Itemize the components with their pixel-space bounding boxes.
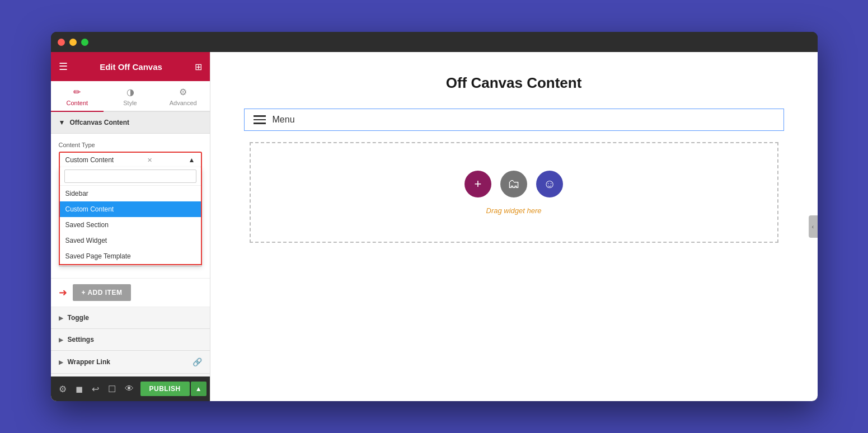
- tab-style[interactable]: ◑ Style: [104, 81, 157, 112]
- clear-icon[interactable]: ✕: [147, 157, 152, 164]
- drag-hint: Drag widget here: [486, 206, 542, 215]
- menu-icon[interactable]: ☰: [59, 62, 68, 72]
- menu-label: Menu: [273, 115, 295, 125]
- wrapper-link-section: ▶ Wrapper Link 🔗: [51, 351, 210, 374]
- maximize-button[interactable]: [81, 39, 88, 46]
- tab-content-label: Content: [67, 100, 88, 106]
- select-trigger[interactable]: Custom Content ✕ ▲: [60, 153, 201, 167]
- content-type-select[interactable]: Custom Content ✕ ▲ Sidebar: [59, 152, 202, 168]
- tab-advanced[interactable]: ⚙ Advanced: [157, 81, 210, 112]
- dropdown-search: [60, 167, 201, 186]
- chevron-right-icon-2: ▶: [59, 337, 63, 343]
- folder-button[interactable]: 🗂: [500, 171, 527, 197]
- dropdown-item-saved-section[interactable]: Saved Section: [60, 217, 201, 233]
- tab-style-label: Style: [123, 100, 137, 106]
- settings-section: ▶ Settings: [51, 329, 210, 351]
- collapse-arrow-icon: ▼: [59, 119, 65, 126]
- drag-icons: + 🗂 ☺: [465, 171, 563, 197]
- panel-content: ▼ Offcanvas Content Content Type Custom …: [51, 112, 210, 376]
- tab-bar: ✏ Content ◑ Style ⚙ Advanced: [51, 81, 210, 112]
- toggle-section-header[interactable]: ▶ Toggle: [51, 307, 210, 328]
- collapse-handle[interactable]: ‹: [809, 215, 818, 238]
- add-widget-button[interactable]: +: [465, 171, 491, 197]
- right-panel: Off Canvas Content Menu + 🗂 ☺: [210, 52, 818, 401]
- layers-toolbar-icon[interactable]: ◼: [73, 382, 85, 397]
- hamburger-line-3: [254, 123, 266, 124]
- settings-section-header[interactable]: ▶ Settings: [51, 329, 210, 350]
- preview-toolbar-icon[interactable]: 👁: [123, 382, 136, 396]
- canvas-title: Off Canvas Content: [244, 74, 784, 92]
- settings-label: Settings: [68, 336, 94, 343]
- toggle-section: ▶ Toggle: [51, 307, 210, 329]
- toggle-label: Toggle: [68, 314, 89, 322]
- link-icon: 🔗: [193, 357, 202, 366]
- dropdown-item-sidebar[interactable]: Sidebar: [60, 186, 201, 201]
- pencil-icon: ✏: [73, 87, 81, 97]
- chevron-up-icon: ▲: [189, 156, 195, 164]
- panel-header: ☰ Edit Off Canvas ⊞: [51, 52, 210, 81]
- wrapper-link-label: Wrapper Link: [68, 358, 110, 366]
- traffic-lights: [58, 39, 88, 46]
- hamburger-line-2: [254, 119, 266, 121]
- publish-button[interactable]: PUBLISH: [140, 382, 190, 396]
- canvas-area: Off Canvas Content Menu + 🗂 ☺: [210, 52, 818, 401]
- tab-content[interactable]: ✏ Content: [51, 81, 104, 112]
- arrow-right-icon: ➜: [59, 286, 67, 299]
- add-item-area: ➜ + ADD ITEM: [51, 279, 210, 307]
- bottom-toolbar: ⚙ ◼ ↩ ☐ 👁 PUBLISH ▲: [51, 376, 210, 401]
- dropdown-search-input[interactable]: [64, 170, 196, 183]
- tab-advanced-label: Advanced: [170, 100, 197, 106]
- hamburger-lines-icon: [254, 115, 266, 124]
- offcanvas-section-body: Content Type Custom Content ✕ ▲: [51, 134, 210, 279]
- window-body: ☰ Edit Off Canvas ⊞ ✏ Content ◑ Style ⚙ …: [51, 52, 818, 401]
- app-window: ☰ Edit Off Canvas ⊞ ✏ Content ◑ Style ⚙ …: [51, 32, 818, 401]
- circle-half-icon: ◑: [126, 87, 134, 97]
- chevron-right-icon: ▶: [59, 315, 63, 321]
- dropdown-list: Sidebar Custom Content Saved Section Sav…: [59, 167, 202, 265]
- panel-title: Edit Off Canvas: [68, 62, 195, 72]
- history-toolbar-icon[interactable]: ↩: [90, 382, 101, 397]
- add-item-button[interactable]: + ADD ITEM: [73, 284, 132, 301]
- chevron-right-icon-3: ▶: [59, 359, 63, 365]
- hamburger-line-1: [254, 115, 266, 117]
- dropdown-item-custom-content[interactable]: Custom Content: [60, 201, 201, 217]
- minimize-button[interactable]: [69, 39, 77, 46]
- gear-icon: ⚙: [179, 87, 187, 97]
- grid-icon[interactable]: ⊞: [195, 62, 202, 72]
- menu-bar: Menu: [244, 109, 784, 131]
- titlebar: [51, 32, 818, 52]
- offcanvas-section-title: Offcanvas Content: [69, 119, 129, 126]
- wrapper-link-section-header[interactable]: ▶ Wrapper Link 🔗: [51, 351, 210, 373]
- drag-area: + 🗂 ☺ Drag widget here: [250, 142, 778, 243]
- offcanvas-section-header[interactable]: ▼ Offcanvas Content: [51, 112, 210, 134]
- responsive-toolbar-icon[interactable]: ☐: [106, 382, 118, 397]
- template-button[interactable]: ☺: [536, 171, 563, 197]
- publish-arrow-button[interactable]: ▲: [191, 382, 207, 396]
- dropdown-item-saved-widget[interactable]: Saved Widget: [60, 233, 201, 248]
- selected-value: Custom Content: [65, 156, 114, 164]
- content-type-label: Content Type: [59, 142, 202, 148]
- left-panel: ☰ Edit Off Canvas ⊞ ✏ Content ◑ Style ⚙ …: [51, 52, 210, 401]
- close-button[interactable]: [58, 39, 65, 46]
- settings-toolbar-icon[interactable]: ⚙: [57, 382, 69, 397]
- dropdown-item-saved-page-template[interactable]: Saved Page Template: [60, 248, 201, 264]
